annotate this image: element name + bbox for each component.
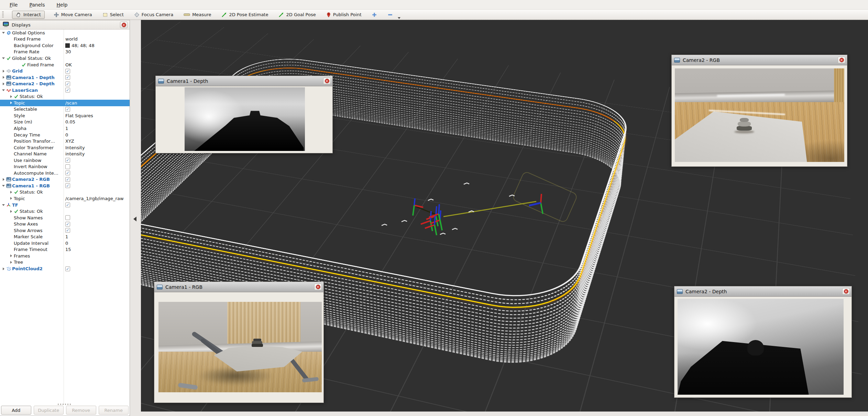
value-text[interactable]: intensity xyxy=(65,151,85,156)
value-text[interactable]: 1 xyxy=(65,126,68,131)
expand-arrow-icon[interactable] xyxy=(1,88,6,92)
value-text[interactable]: 0 xyxy=(65,132,68,138)
tree-row-global-options[interactable]: Global Options xyxy=(0,30,130,36)
menu-item-help[interactable]: Help xyxy=(57,2,68,8)
color-swatch[interactable] xyxy=(65,43,70,48)
panel-close-button[interactable]: ✕ xyxy=(120,22,128,28)
expand-arrow-icon[interactable] xyxy=(1,56,6,60)
tree-row-autocompute-inte-[interactable]: Autocompute Inte…✓ xyxy=(0,170,130,176)
tree-row-channel-name[interactable]: Channel Nameintensity xyxy=(0,151,130,157)
value-text[interactable]: 0.05 xyxy=(65,119,75,124)
checkbox-checked[interactable]: ✓ xyxy=(65,183,70,188)
tree-row-show-axes[interactable]: Show Axes✓ xyxy=(0,221,130,227)
3d-view[interactable]: Camera1 - Depth ✕ Camera2 - RGB ✕ xyxy=(141,20,868,412)
expand-arrow-icon[interactable] xyxy=(9,190,14,194)
expand-arrow-icon[interactable] xyxy=(1,69,6,73)
panel-splitter-handle[interactable] xyxy=(58,404,72,405)
expand-arrow-icon[interactable] xyxy=(1,203,6,207)
checkbox-checked[interactable]: ✓ xyxy=(65,177,70,182)
value-text[interactable]: 15 xyxy=(65,247,71,252)
checkbox-checked[interactable]: ✓ xyxy=(65,158,70,163)
value-text[interactable]: OK xyxy=(65,62,72,67)
tree-row-update-interval[interactable]: Update Interval0 xyxy=(0,240,130,247)
value-text[interactable]: /scan xyxy=(65,100,77,106)
dropdown-caret-icon[interactable] xyxy=(398,17,400,19)
tree-row-camera2-depth[interactable]: Camera2 - Depth✓ xyxy=(0,80,130,87)
checkbox-checked[interactable]: ✓ xyxy=(65,202,70,207)
checkbox-unchecked[interactable] xyxy=(65,215,70,220)
window-titlebar[interactable]: Camera2 - RGB ✕ xyxy=(672,55,847,65)
checkbox-checked[interactable]: ✓ xyxy=(65,171,70,175)
menu-item-file[interactable]: File xyxy=(10,2,18,8)
value-text[interactable]: /camera_1/rgb/image_raw xyxy=(65,196,124,201)
tree-row-pointcloud2[interactable]: PointCloud2✓ xyxy=(0,265,130,272)
tree-row-laserscan[interactable]: LaserScan✓ xyxy=(0,87,130,94)
tree-row-status-ok[interactable]: Status: Ok xyxy=(0,208,130,215)
checkbox-unchecked[interactable] xyxy=(65,164,70,169)
value-text[interactable]: world xyxy=(65,36,78,42)
checkbox-checked[interactable]: ✓ xyxy=(65,88,70,92)
tree-row-camera1-depth[interactable]: Camera1 - Depth✓ xyxy=(0,74,130,81)
value-text[interactable]: 1 xyxy=(65,234,68,239)
tree-row-frame-timeout[interactable]: Frame Timeout15 xyxy=(0,247,130,253)
tool-minus[interactable] xyxy=(386,11,394,19)
expand-arrow-icon[interactable] xyxy=(9,95,14,98)
tree-row-fixed-frame[interactable]: Fixed Frameworld xyxy=(0,36,130,43)
expand-arrow-icon[interactable] xyxy=(9,261,14,264)
expand-arrow-icon[interactable] xyxy=(1,31,6,34)
tree-row-tree[interactable]: Tree xyxy=(0,259,130,266)
tree-row-size-m-[interactable]: Size (m)0.05 xyxy=(0,119,130,125)
window-titlebar[interactable]: Camera1 - Depth ✕ xyxy=(156,76,332,86)
window-titlebar[interactable]: Camera1 - RGB ✕ xyxy=(154,282,323,292)
tree-row-decay-time[interactable]: Decay Time0 xyxy=(0,132,130,138)
tree-row-show-names[interactable]: Show Names xyxy=(0,215,130,221)
checkbox-checked[interactable]: ✓ xyxy=(65,75,70,80)
window-close-button[interactable]: ✕ xyxy=(323,78,331,84)
expand-arrow-icon[interactable] xyxy=(1,76,6,79)
expand-arrow-icon[interactable] xyxy=(1,184,6,187)
tree-row-use-rainbow[interactable]: Use rainbow✓ xyxy=(0,157,130,164)
panel-collapse-arrow[interactable] xyxy=(133,217,136,221)
value-text[interactable]: 30 xyxy=(65,49,71,54)
tree-row-invert-rainbow[interactable]: Invert Rainbow xyxy=(0,163,130,170)
checkbox-checked[interactable]: ✓ xyxy=(65,69,70,74)
tree-row-background-color[interactable]: Background Color48; 48; 48 xyxy=(0,42,130,49)
tool-measure[interactable]: Measure xyxy=(182,11,212,18)
checkbox-checked[interactable]: ✓ xyxy=(65,228,70,233)
tool-2d-pose-estimate[interactable]: 2D Pose Estimate xyxy=(220,11,270,19)
tree-row-topic[interactable]: Topic/scan xyxy=(0,100,130,106)
tree-row-topic[interactable]: Topic/camera_1/rgb/image_raw xyxy=(0,195,130,202)
tool-2d-goal-pose[interactable]: 2D Goal Pose xyxy=(277,11,317,19)
tool-publish-point[interactable]: Publish Point xyxy=(325,11,363,19)
tree-row-camera2-rgb[interactable]: Camera2 - RGB✓ xyxy=(0,176,130,183)
expand-arrow-icon[interactable] xyxy=(9,101,14,105)
checkbox-checked[interactable]: ✓ xyxy=(65,107,70,112)
tree-row-alpha[interactable]: Alpha1 xyxy=(0,125,130,132)
window-close-button[interactable]: ✕ xyxy=(838,57,845,63)
tree-row-marker-scale[interactable]: Marker Scale1 xyxy=(0,234,130,240)
panel-titlebar[interactable]: Displays ✕ xyxy=(0,20,130,30)
add-button[interactable]: Add xyxy=(1,406,31,415)
toolbar-grip-handle[interactable] xyxy=(2,11,4,18)
window-close-button[interactable]: ✕ xyxy=(842,288,850,295)
expand-arrow-icon[interactable] xyxy=(9,254,14,258)
expand-arrow-icon[interactable] xyxy=(1,178,6,181)
tool-interact[interactable]: Interact xyxy=(12,11,45,19)
tree-row-frame-rate[interactable]: Frame Rate30 xyxy=(0,49,130,55)
tool-focus-camera[interactable]: Focus Camera xyxy=(133,11,175,19)
expand-arrow-icon[interactable] xyxy=(9,197,14,200)
tree-row-global-status-ok[interactable]: Global Status: Ok xyxy=(0,55,130,62)
value-text[interactable]: 0 xyxy=(65,241,68,246)
checkbox-checked[interactable]: ✓ xyxy=(65,222,70,227)
checkbox-checked[interactable]: ✓ xyxy=(65,81,70,86)
window-titlebar[interactable]: Camera2 - Depth ✕ xyxy=(674,286,851,297)
checkbox-checked[interactable]: ✓ xyxy=(65,266,70,271)
tool-plus[interactable] xyxy=(370,11,378,19)
value-text[interactable]: Flat Squares xyxy=(65,113,93,118)
value-text[interactable]: 48; 48; 48 xyxy=(72,43,95,48)
tree-row-show-arrows[interactable]: Show Arrows✓ xyxy=(0,227,130,234)
expand-arrow-icon[interactable] xyxy=(1,82,6,86)
menu-item-panels[interactable]: Panels xyxy=(29,2,45,8)
expand-arrow-icon[interactable] xyxy=(9,210,14,213)
tree-row-frames[interactable]: Frames xyxy=(0,253,130,259)
